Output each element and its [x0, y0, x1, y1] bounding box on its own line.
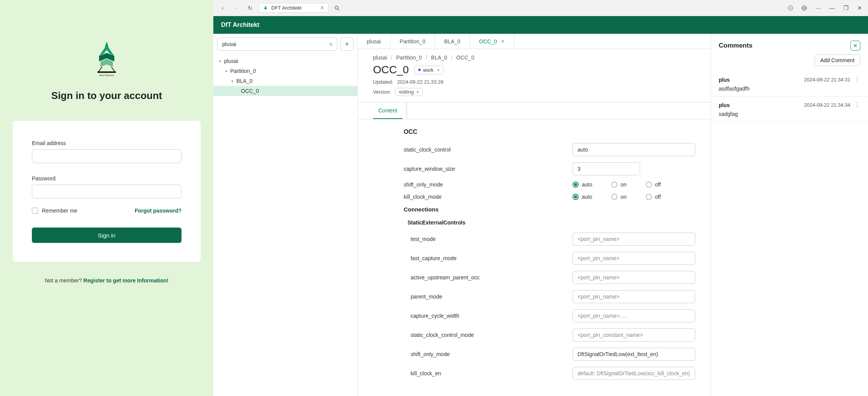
register-row: Not a member? Register to get more Infor… [45, 277, 168, 284]
shift-only-mode-conn-input[interactable] [573, 348, 695, 361]
back-button[interactable]: ‹ [217, 3, 228, 13]
radio-icon [573, 194, 579, 200]
comments-title: Comments [719, 42, 752, 50]
tag-selector[interactable]: work ▾ [414, 66, 443, 74]
signin-button[interactable]: Sign in [32, 228, 182, 243]
login-card: Email address Password Remember me Forgo… [13, 121, 201, 262]
static-clock-control-mode-input[interactable] [573, 328, 695, 342]
more-icon[interactable]: ⋯ [814, 3, 823, 13]
register-link[interactable]: Register to get more Information! [83, 277, 168, 284]
tab-label: BLA_0 [444, 38, 460, 45]
radio-off[interactable]: off [646, 194, 661, 200]
svg-rect-0 [97, 71, 116, 73]
globe-icon[interactable] [800, 3, 809, 13]
tab-label: Partition_0 [400, 38, 426, 45]
radio-auto[interactable]: auto [573, 182, 592, 188]
login-panel: Aloe Solutions Sign in to your account E… [0, 0, 213, 396]
comment-more-icon[interactable]: ⋮ [854, 76, 860, 83]
radio-on[interactable]: on [611, 182, 627, 188]
capture-cycle-width-input[interactable] [573, 309, 695, 322]
field-label: active_upstream_parent_occ [411, 274, 573, 280]
tree-item-partition0[interactable]: ▾Partition_0 [213, 66, 357, 76]
radio-auto[interactable]: auto [573, 194, 592, 200]
forward-button[interactable]: › [231, 3, 242, 13]
updated-label: Updated: [373, 79, 393, 85]
main-app: ‹ › ↻ DFT Architekt ✕ ⋯ — ❐ ✕ DfT Archit… [213, 0, 868, 396]
project-selector[interactable]: plusai ⇅ [217, 38, 337, 51]
doc-tabs: plusai Partition_0 BLA_0 OCC_0✕ [358, 34, 711, 49]
tree-list: ▾plusai ▾Partition_0 ▾BLA_0 OCC_0 [213, 54, 357, 97]
svg-point-2 [335, 6, 338, 9]
kill-clock-mode-radio: auto on off [573, 194, 695, 200]
tree-item-plusai[interactable]: ▾plusai [213, 56, 357, 66]
fast-capture-mode-input[interactable] [573, 252, 695, 265]
radio-off[interactable]: off [646, 182, 661, 188]
field-label: kill_clock_mode [404, 194, 573, 200]
minimize-icon[interactable]: — [827, 3, 837, 13]
shift-only-mode-radio: auto on off [573, 182, 695, 188]
close-tab-icon[interactable]: ✕ [501, 39, 505, 44]
field-label: shift_only_mode [404, 182, 573, 188]
download-icon[interactable] [786, 3, 795, 13]
radio-icon [646, 194, 652, 200]
password-field[interactable] [32, 185, 182, 198]
email-field[interactable] [32, 149, 182, 163]
comment-author: plus [719, 102, 730, 108]
field-label: static_clock_control_mode [411, 332, 573, 338]
close-window-icon[interactable]: ✕ [855, 3, 864, 13]
close-comments-button[interactable]: ✕ [850, 41, 860, 51]
crumb[interactable]: BLA_0 [431, 54, 447, 61]
maximize-icon[interactable]: ❐ [841, 3, 850, 13]
crumb: OCC_0 [456, 54, 474, 61]
radio-icon [611, 194, 617, 200]
forgot-password-link[interactable]: Forgot password? [135, 208, 182, 214]
page-title: OCC_0 [373, 64, 409, 76]
tree-item-occ0[interactable]: OCC_0 [213, 86, 357, 96]
close-tab-icon[interactable]: ✕ [320, 5, 324, 11]
search-button[interactable] [332, 3, 342, 13]
crumb[interactable]: Partition_0 [396, 54, 422, 61]
field-label: static_clock_control [404, 147, 573, 153]
capture-window-size-input[interactable] [573, 162, 640, 175]
browser-chrome: ‹ › ↻ DFT Architekt ✕ ⋯ — ❐ ✕ [213, 0, 868, 16]
crumb[interactable]: plusai [373, 54, 387, 61]
remember-checkbox[interactable] [32, 208, 38, 214]
test-mode-input[interactable] [573, 233, 695, 246]
browser-tab-title: DFT Architekt [271, 5, 302, 11]
caret-down-icon: ▾ [223, 69, 229, 73]
static-clock-control-input[interactable] [573, 143, 695, 156]
version-value: editing [399, 89, 414, 95]
active-upstream-parent-occ-input[interactable] [573, 271, 695, 284]
caret-down-icon: ▾ [217, 59, 223, 63]
radio-on[interactable]: on [611, 194, 627, 200]
kill-clock-en-input[interactable] [573, 367, 695, 380]
tab-plusai[interactable]: plusai [358, 34, 391, 49]
tree-item-label: OCC_0 [241, 88, 259, 94]
register-prefix: Not a member? [45, 277, 83, 284]
add-comment-button[interactable]: Add Comment [815, 54, 860, 66]
field-label: test_mode [411, 236, 573, 242]
reload-button[interactable]: ↻ [245, 3, 256, 13]
version-selector[interactable]: editing ▾ [395, 88, 423, 96]
tree-item-bla0[interactable]: ▾BLA_0 [213, 76, 357, 86]
parent-mode-input[interactable] [573, 290, 695, 303]
comment-body: asdfasfgadfh [719, 86, 860, 92]
content-tabs: Content [358, 102, 711, 119]
tab-occ0[interactable]: OCC_0✕ [470, 34, 515, 49]
browser-tab[interactable]: DFT Architekt ✕ [259, 3, 328, 13]
password-label: Password [32, 175, 182, 182]
tab-partition0[interactable]: Partition_0 [391, 34, 435, 49]
tree-item-label: plusai [224, 58, 238, 64]
comment-item: plus 2024-09-22 21:34:31⋮ asdfasfgadfh [711, 71, 868, 97]
field-label: capture_window_size [404, 166, 573, 172]
email-label: Email address [32, 140, 182, 146]
content-tab-content[interactable]: Content [373, 102, 403, 119]
radio-icon [573, 182, 579, 188]
add-button[interactable]: + [340, 38, 353, 51]
search-icon [334, 5, 340, 11]
tab-bla0[interactable]: BLA_0 [435, 34, 470, 49]
app-header: DfT Architekt [213, 16, 868, 34]
chevron-down-icon: ▾ [437, 68, 439, 72]
tab-label: OCC_0 [479, 38, 497, 45]
comment-more-icon[interactable]: ⋮ [854, 101, 860, 109]
